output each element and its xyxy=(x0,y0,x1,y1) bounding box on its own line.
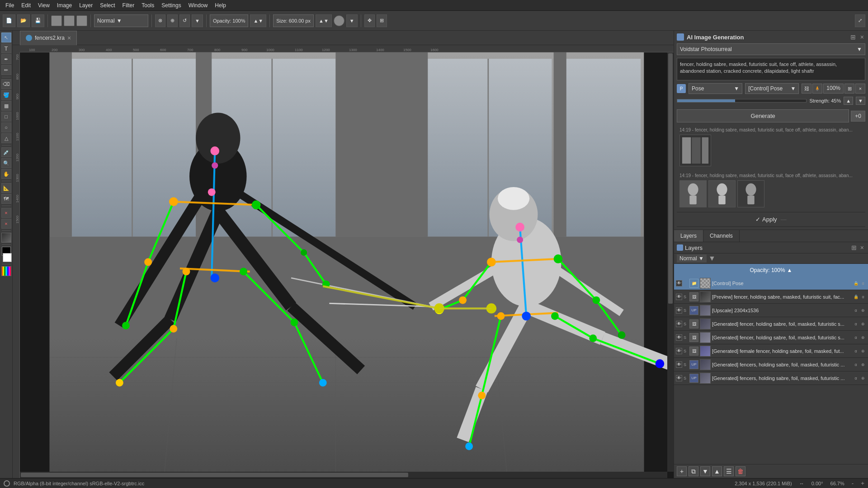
menu-file[interactable]: File xyxy=(2,1,18,9)
layer-vis-2[interactable]: 👁 xyxy=(676,307,682,314)
tool-measure[interactable]: 📐 xyxy=(1,183,11,193)
scrollbar-h-thumb[interactable] xyxy=(21,473,408,477)
menu-filter[interactable]: Filter xyxy=(119,1,138,9)
layers-close-btn[interactable]: × xyxy=(859,244,865,251)
pose-close-btn[interactable]: × xyxy=(855,84,865,94)
scrollbar-v-thumb[interactable] xyxy=(668,53,673,304)
tool-freehand[interactable]: ✏ xyxy=(1,65,11,75)
layer-act-7[interactable]: ⊕ xyxy=(860,375,866,381)
copy-layer-btn[interactable]: ⧉ xyxy=(689,466,698,476)
anchor-btn[interactable]: ⊞ xyxy=(377,14,387,27)
tool-eraser[interactable]: ⌫ xyxy=(1,79,11,89)
tool-ellipse[interactable]: ○ xyxy=(1,122,11,132)
reset-btn[interactable]: ↺ xyxy=(179,14,190,27)
size-more-btn[interactable]: ▼ xyxy=(346,14,358,27)
layer-lock-0[interactable]: 🔒 xyxy=(853,280,859,286)
generate-plus-btn[interactable]: +0 xyxy=(851,111,865,122)
menu-window[interactable]: Window xyxy=(185,1,212,9)
canvas-tab-close[interactable]: × xyxy=(67,34,71,42)
tab-channels[interactable]: Channels xyxy=(703,230,740,242)
layer-item-7[interactable]: 👁 S UP [Generated] fencers, holding sabr… xyxy=(674,371,868,385)
canvas-tab-fencers[interactable]: fencers2.kra × xyxy=(20,31,77,45)
tab-layers[interactable]: Layers xyxy=(674,230,703,242)
layer-alpha-3[interactable]: α xyxy=(853,321,859,327)
layer-alpha-1[interactable]: α xyxy=(860,294,866,300)
tool-eyedropper[interactable]: 💉 xyxy=(1,147,11,157)
layer-options-btn[interactable]: ☰ xyxy=(724,466,734,476)
layer-alpha-4[interactable]: α xyxy=(853,334,859,341)
opacity-input[interactable]: Opacity: 100% xyxy=(210,14,249,27)
layer-item-6[interactable]: 👁 S UP [Generated] fencers, holding sabr… xyxy=(674,358,868,371)
opacity-arrows-btn[interactable]: ▲▼ xyxy=(250,14,266,27)
menu-settings[interactable]: Settings xyxy=(158,1,184,9)
generated-thumb-bw[interactable] xyxy=(679,135,711,166)
generated-thumb-2[interactable] xyxy=(708,180,736,207)
size-arrows-btn[interactable]: ▲▼ xyxy=(316,14,332,27)
tool-transform[interactable]: ↖ xyxy=(1,33,11,42)
zoom-out-btn[interactable]: - xyxy=(852,480,854,487)
layer-alpha-5[interactable]: α xyxy=(853,348,859,354)
size-brush-btn[interactable] xyxy=(334,15,344,26)
tool-polygon[interactable]: △ xyxy=(1,133,11,143)
menu-view[interactable]: View xyxy=(34,1,53,9)
scrollbar-horizontal[interactable] xyxy=(20,472,667,478)
layer-alpha-0[interactable]: α xyxy=(860,280,866,286)
brush-settings-btn[interactable] xyxy=(64,15,75,26)
tool-close-2[interactable]: × xyxy=(1,219,11,229)
tool-reference[interactable]: 🗺 xyxy=(1,194,11,204)
layer-vis-1[interactable]: 👁 xyxy=(676,294,682,300)
reset-more-btn[interactable]: ▼ xyxy=(192,14,203,27)
layer-vis-7[interactable]: 👁 xyxy=(676,375,682,381)
layer-lock-2[interactable]: α xyxy=(853,307,859,314)
brush-options-btn[interactable] xyxy=(76,15,87,26)
menu-help[interactable]: Help xyxy=(211,1,230,9)
move-up-btn[interactable]: ▲ xyxy=(712,466,722,476)
scrollbar-vertical[interactable] xyxy=(667,52,674,472)
ai-panel-expand-btn[interactable]: ⊞ xyxy=(849,33,857,41)
layer-item-4[interactable]: 👁 S 🖼 [Generated] fencer, holding sabre,… xyxy=(674,331,868,344)
pose-figure-btn[interactable]: 🧍 xyxy=(812,84,822,94)
pose-expand-btn[interactable]: ⊞ xyxy=(844,84,854,94)
tool-gradient[interactable]: ▦ xyxy=(1,101,11,111)
color-selector-btn[interactable] xyxy=(1,266,11,276)
menu-tools[interactable]: Tools xyxy=(138,1,158,9)
move-tool-btn[interactable]: ✥ xyxy=(364,14,375,27)
layer-vis-4[interactable]: 👁 xyxy=(676,334,682,341)
ai-panel-close-btn[interactable]: × xyxy=(859,33,865,41)
layers-opacity-up-btn[interactable]: ▲ xyxy=(787,267,793,273)
layer-item-0[interactable]: 👁 📁 [Control] Pose 🔒 α xyxy=(674,277,868,290)
fill-btn[interactable]: ⊕ xyxy=(167,14,178,27)
canvas-preview-thumb[interactable] xyxy=(1,233,11,243)
generated-thumb-3[interactable] xyxy=(737,180,764,207)
strength-down-btn[interactable]: ▼ xyxy=(856,97,865,105)
layer-act-6[interactable]: ⊕ xyxy=(860,361,866,368)
layer-item-1[interactable]: 👁 S 🖼 [Preview] fencer, holding sabre, m… xyxy=(674,290,868,304)
generate-btn[interactable]: Generate xyxy=(677,109,849,122)
zoom-in-btn[interactable]: + xyxy=(861,480,864,487)
tool-pan[interactable]: ✋ xyxy=(1,169,11,179)
control-pose-dropdown[interactable]: [Control] Pose ▼ xyxy=(745,83,799,94)
background-color-swatch[interactable] xyxy=(3,253,12,262)
layers-opacity-bar[interactable]: Opacity: 100% ▲ xyxy=(674,264,868,277)
pose-link-btn[interactable]: ⛓ xyxy=(802,84,811,94)
model-dropdown[interactable]: Voidstar Photosurreal ▼ xyxy=(677,43,865,55)
layer-alpha-7[interactable]: α xyxy=(853,375,859,381)
add-layer-btn[interactable]: + xyxy=(677,466,687,476)
layer-item-2[interactable]: 👁 S UP [Upscale] 2304x1536 α ⊕ xyxy=(674,304,868,317)
expand-window-btn[interactable]: ⤢ xyxy=(855,14,865,27)
brush-preset-btn[interactable] xyxy=(51,15,62,26)
layer-vis-3[interactable]: 👁 xyxy=(676,321,682,327)
tool-rect[interactable]: □ xyxy=(1,112,11,122)
canvas-scroll-area[interactable] xyxy=(20,52,674,478)
size-input[interactable]: Size: 600.00 px xyxy=(273,14,314,27)
layer-alpha-6[interactable]: α xyxy=(853,361,859,368)
layers-maximize-btn[interactable]: ⊞ xyxy=(850,244,858,251)
layer-act-5[interactable]: ⊕ xyxy=(860,348,866,354)
layer-vis-6[interactable]: 👁 xyxy=(676,361,682,368)
delete-layer-btn[interactable]: 🗑 xyxy=(736,466,745,476)
layer-item-5[interactable]: 👁 S 🖼 [Generated] female fencer, holding… xyxy=(674,344,868,358)
layer-vis-5[interactable]: 👁 xyxy=(676,348,682,354)
open-file-btn[interactable]: 📂 xyxy=(17,14,30,27)
tool-zoom[interactable]: 🔍 xyxy=(1,158,11,168)
layers-blend-mode-btn[interactable]: Normal ▼ xyxy=(677,254,707,263)
